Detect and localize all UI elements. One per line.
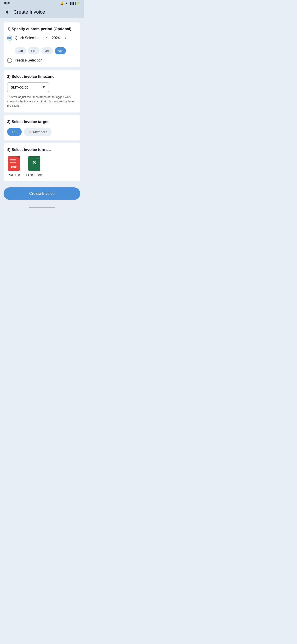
excel-line-2: [36, 160, 39, 160]
month-chip-jan[interactable]: Jan: [15, 47, 26, 54]
pdf-format-label: PDF File: [8, 173, 20, 177]
quick-selection-radio[interactable]: [7, 36, 12, 40]
pdf-line-1: [9, 159, 16, 160]
section-timezone: 2) Select invoice timezone. GMT+02:00 ▼ …: [3, 70, 80, 112]
status-icons: 🔔 ▲ ▐▐▐▐ 🔋: [60, 2, 80, 5]
pdf-lines: [9, 159, 16, 163]
month-chip-feb[interactable]: Feb: [28, 47, 39, 54]
year-display: 2024: [52, 36, 60, 40]
target-chips-group: You All Members: [7, 128, 77, 136]
quick-selection-label: Quick Selection: [15, 36, 39, 40]
year-next-button[interactable]: ›: [63, 35, 67, 41]
signal-icon: ▐▐▐▐: [69, 2, 75, 4]
format-option-excel[interactable]: ✕ Excel Sheet: [26, 156, 43, 177]
header: Create Invoice: [0, 6, 84, 18]
status-bar: 10:30 🔔 ▲ ▐▐▐▐ 🔋: [0, 0, 84, 6]
pdf-format-icon-container: [7, 156, 20, 171]
section-period: 1) Specify custom period (Optional). Qui…: [3, 22, 80, 67]
pdf-line-2: [9, 160, 16, 161]
section-target-title: 3) Select invoice target.: [7, 120, 77, 124]
section-target: 3) Select invoice target. You All Member…: [3, 115, 80, 140]
bottom-nav: [0, 204, 84, 210]
month-chip-mar[interactable]: Mar: [41, 47, 53, 54]
pdf-corner: [16, 156, 20, 160]
target-chip-you[interactable]: You: [7, 128, 22, 136]
quick-selection-row[interactable]: Quick Selection ‹ 2024 ›: [7, 35, 77, 41]
wifi-icon: ▲: [65, 2, 68, 5]
back-arrow-icon: [5, 10, 8, 14]
page-title: Create Invoice: [13, 9, 45, 15]
excel-lines: [36, 158, 39, 161]
excel-line-3: [36, 161, 39, 161]
excel-line-1: [36, 158, 39, 159]
month-chips-group: Jan Feb Mar Apr: [15, 47, 77, 54]
timezone-dropdown[interactable]: GMT+02:00 ▼: [7, 82, 49, 92]
create-invoice-button[interactable]: Create Invoice: [3, 188, 80, 200]
main-content: 1) Specify custom period (Optional). Qui…: [0, 18, 84, 204]
timezone-value: GMT+02:00: [10, 86, 28, 89]
notification-icon: 🔔: [60, 2, 64, 5]
year-nav: ‹ 2024 ›: [44, 35, 67, 41]
section-format: 4) Select invoice format. PDF File: [3, 143, 80, 181]
period-radio-group: Quick Selection ‹ 2024 › Jan Feb Mar Apr…: [7, 35, 77, 63]
precise-selection-row[interactable]: Precise Selection: [7, 58, 77, 63]
battery-icon: 🔋: [77, 2, 80, 5]
dropdown-arrow-icon: ▼: [42, 85, 46, 90]
section-timezone-title: 2) Select invoice timezone.: [7, 74, 77, 79]
section-period-title: 1) Specify custom period (Optional).: [7, 27, 77, 31]
status-time: 10:30: [3, 2, 10, 5]
format-options-group: PDF File ✕ Excel Sheet: [7, 156, 77, 177]
pdf-icon: [8, 156, 20, 170]
excel-format-icon-container: ✕: [27, 156, 41, 171]
month-chip-apr[interactable]: Apr: [55, 47, 66, 54]
excel-format-label: Excel Sheet: [26, 173, 43, 177]
home-indicator: [29, 206, 55, 208]
pdf-line-3: [9, 162, 16, 163]
timezone-hint: This will adjust the timestamps of the l…: [7, 95, 77, 108]
format-option-pdf[interactable]: PDF File: [7, 156, 20, 177]
section-format-title: 4) Select invoice format.: [7, 148, 77, 152]
precise-selection-radio[interactable]: [7, 58, 12, 63]
back-button[interactable]: [3, 9, 10, 15]
year-prev-button[interactable]: ‹: [44, 35, 48, 41]
precise-selection-label: Precise Selection: [15, 58, 42, 62]
excel-icon: ✕: [28, 156, 40, 170]
target-chip-all-members[interactable]: All Members: [24, 128, 51, 136]
